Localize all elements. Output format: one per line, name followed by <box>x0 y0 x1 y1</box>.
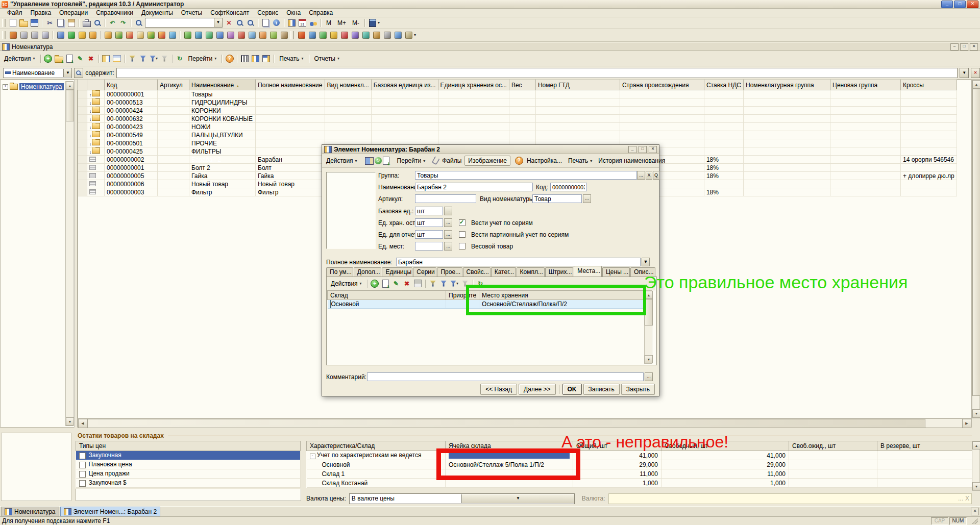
inventory-icon[interactable] <box>226 30 235 40</box>
open-icon[interactable] <box>19 18 29 28</box>
ok-button[interactable]: OK <box>562 384 582 395</box>
save-close-icon[interactable] <box>365 156 374 166</box>
empty-cell[interactable] <box>744 147 830 156</box>
empty-cell[interactable] <box>744 115 830 123</box>
empty-cell[interactable] <box>830 164 901 172</box>
code-cell[interactable]: 00000000001 <box>105 164 158 172</box>
taskbar-close-icon[interactable]: ✕ <box>971 508 979 515</box>
image-button[interactable]: Изображение <box>464 156 510 166</box>
supplier-invoice-icon[interactable] <box>135 30 145 40</box>
stock-row[interactable]: Склад 111,00011,000 <box>307 469 972 479</box>
base-unit-select-button[interactable]: ... <box>444 207 452 215</box>
scroll-down-icon[interactable]: ▼ <box>66 417 74 426</box>
menu-item-Сервис[interactable]: Сервис <box>253 9 282 17</box>
maximize-button[interactable]: □ <box>954 1 966 8</box>
child-minimize-button[interactable]: – <box>950 43 959 51</box>
name-cell[interactable]: КОРОНКИ <box>189 107 256 115</box>
empty-cell[interactable] <box>509 107 535 115</box>
menu-item-Справочники[interactable]: Справочники <box>92 9 137 17</box>
filter-settings-icon[interactable] <box>138 54 148 63</box>
back-button[interactable]: << Назад <box>480 384 517 395</box>
group-select-button[interactable]: ... <box>637 171 645 180</box>
waiting-qty-cell[interactable] <box>789 469 877 479</box>
scroll-thumb[interactable] <box>972 89 980 396</box>
chevron-down-icon[interactable]: ▾ <box>414 33 416 37</box>
tab-Компл...[interactable]: Компл... <box>517 267 545 277</box>
find-settings-icon[interactable] <box>246 18 255 28</box>
group-open-button[interactable]: Q <box>653 171 659 180</box>
table-row[interactable]: ↓00-00000424КОРОНКИ <box>78 107 957 115</box>
code-cell[interactable]: 00000000002 <box>105 156 158 164</box>
name-cell[interactable]: Барабан 2 <box>189 156 256 164</box>
empty-cell[interactable] <box>744 107 830 115</box>
find-next-icon[interactable] <box>235 18 244 28</box>
empty-cell[interactable] <box>325 98 371 107</box>
characteristic-cell[interactable]: Склад 1 <box>307 469 446 479</box>
memory-minus-button[interactable]: M- <box>349 18 362 28</box>
vat-cell[interactable] <box>704 107 743 115</box>
table-row[interactable]: ↓00-00000632КОРОНКИ КОВАНЫЕ <box>78 115 957 123</box>
row-icon-cell[interactable]: ↓ <box>87 115 105 123</box>
price-type-checkbox[interactable] <box>79 462 86 468</box>
vat-cell[interactable]: 18% <box>704 164 743 172</box>
menu-item-Файл[interactable]: Файл <box>3 9 27 17</box>
cut-icon[interactable]: ✂ <box>45 18 55 28</box>
total-qty-cell[interactable]: 11,000 <box>573 469 662 479</box>
menu-item-Операции[interactable]: Операции <box>55 9 92 17</box>
child-restore-button[interactable]: □ <box>960 43 968 51</box>
clear-search-button[interactable]: ✕ <box>971 68 980 78</box>
empty-cell[interactable] <box>744 98 830 107</box>
row-icon-cell[interactable] <box>87 164 105 172</box>
name-cell[interactable]: Фильтр <box>189 188 256 196</box>
row-marker-cell[interactable] <box>78 123 87 131</box>
warehouse-cell[interactable]: Основной <box>328 300 446 309</box>
empty-cell[interactable] <box>830 147 901 156</box>
article-cell[interactable] <box>158 131 189 139</box>
price-list-icon[interactable] <box>77 30 87 40</box>
empty-cell[interactable] <box>744 188 830 196</box>
delete-icon[interactable]: ✖ <box>86 54 96 63</box>
tab-Катег...[interactable]: Катег... <box>491 267 516 277</box>
service-icon[interactable] <box>404 30 413 40</box>
cross-cell[interactable] <box>901 164 957 172</box>
toolbar-grip[interactable] <box>2 31 6 39</box>
payment-in-icon[interactable] <box>146 30 156 40</box>
cash-book-icon[interactable] <box>167 30 177 40</box>
print-form-icon[interactable] <box>30 30 39 40</box>
table-row[interactable]: ↓00-00000549ПАЛЬЦЫ,ВТУЛКИ <box>78 131 957 139</box>
hierarchy-list-icon[interactable] <box>112 54 122 63</box>
reserve-qty-cell[interactable] <box>877 451 972 460</box>
column-header-Вес[interactable]: Вес <box>509 80 535 90</box>
places-save-icon[interactable] <box>413 279 423 288</box>
empty-cell[interactable] <box>438 107 509 115</box>
article-cell[interactable] <box>158 164 189 172</box>
print-icon[interactable] <box>82 18 91 28</box>
filter-by-value-icon[interactable] <box>128 54 137 63</box>
weight-checkbox[interactable] <box>459 243 465 249</box>
article-cell[interactable] <box>158 107 189 115</box>
empty-cell[interactable] <box>830 123 901 131</box>
name-cell[interactable]: ПАЛЬЦЫ,ВТУЛКИ <box>189 131 256 139</box>
empty-cell[interactable] <box>535 123 620 131</box>
code-cell[interactable]: 00000000001 <box>105 90 158 98</box>
dialog-maximize-button[interactable]: □ <box>639 146 647 153</box>
stock-row[interactable]: - Учет по характеристикам не ведется41,0… <box>307 451 972 460</box>
cross-cell[interactable] <box>901 98 957 107</box>
dialog-close-button[interactable]: ✕ <box>649 146 657 153</box>
article-cell[interactable] <box>158 188 189 196</box>
nomenclature-icon[interactable] <box>88 30 97 40</box>
free-qty-cell[interactable]: 1,000 <box>662 479 789 488</box>
empty-cell[interactable] <box>535 98 620 107</box>
next-button[interactable]: Далее >> <box>519 384 556 395</box>
empty-cell[interactable] <box>371 131 438 139</box>
full-name-cell[interactable]: Болт <box>256 164 325 172</box>
commission-icon[interactable] <box>268 30 278 40</box>
name-cell[interactable]: Гайка <box>189 172 256 180</box>
column-header-Ценовая группа[interactable]: Ценовая группа <box>830 80 901 90</box>
cross-cell[interactable]: + длопирре дю.лр <box>901 172 957 180</box>
waiting-qty-cell[interactable] <box>789 451 877 460</box>
empty-cell[interactable] <box>438 90 509 98</box>
hierarchy-view-icon[interactable] <box>102 54 111 63</box>
empty-cell[interactable] <box>371 107 438 115</box>
settings-icon[interactable] <box>382 30 392 40</box>
